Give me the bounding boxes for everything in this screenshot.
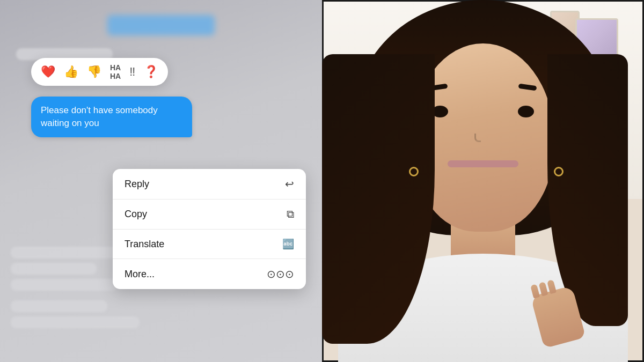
- lips: [448, 160, 518, 167]
- message-text: Please don't have somebody waiting on yo…: [41, 105, 158, 128]
- copy-menu-item[interactable]: Copy ⧉: [113, 200, 306, 230]
- copy-icon: ⧉: [287, 208, 294, 220]
- reply-menu-item[interactable]: Reply ↩: [113, 169, 306, 200]
- copy-label: Copy: [125, 209, 147, 220]
- nose: [474, 134, 481, 142]
- left-earring: [409, 167, 419, 176]
- reaction-thumbs-up[interactable]: 👍: [64, 65, 78, 79]
- bg-bubble-4: [11, 279, 118, 291]
- reaction-bar[interactable]: ❤️ 👍 👎 HAHA ‼️ ❓: [31, 58, 168, 86]
- reply-label: Reply: [125, 179, 149, 190]
- blurred-contact-name: [107, 15, 215, 35]
- reaction-emphasis[interactable]: ‼️: [129, 65, 135, 79]
- reaction-thumbs-down[interactable]: 👎: [87, 65, 101, 79]
- reaction-heart[interactable]: ❤️: [41, 65, 55, 79]
- bg-bubble-3: [11, 263, 97, 275]
- message-bubble: Please don't have somebody waiting on yo…: [31, 97, 192, 137]
- context-menu: Reply ↩ Copy ⧉ Translate 🔤 More... ⊙⊙⊙: [113, 169, 306, 289]
- translate-label: Translate: [125, 239, 164, 250]
- reaction-question[interactable]: ❓: [144, 65, 158, 79]
- translate-menu-item[interactable]: Translate 🔤: [113, 230, 306, 259]
- right-eyebrow: [518, 84, 537, 91]
- finger-2: [539, 282, 548, 296]
- left-panel: ❤️ 👍 👎 HAHA ‼️ ❓ Please don't have someb…: [0, 0, 322, 362]
- bg-bubble-6: [11, 316, 140, 328]
- bg-bubble-2: [11, 247, 129, 258]
- right-earring: [554, 167, 564, 176]
- right-eye: [518, 106, 534, 117]
- reply-icon: ↩: [285, 178, 294, 190]
- more-menu-item[interactable]: More... ⊙⊙⊙: [113, 259, 306, 289]
- reaction-haha[interactable]: HAHA: [110, 63, 121, 80]
- translate-icon: 🔤: [282, 238, 294, 250]
- right-panel: [322, 0, 644, 362]
- more-label: More...: [125, 269, 155, 280]
- more-icon: ⊙⊙⊙: [267, 268, 294, 280]
- bg-bubble-5: [11, 300, 107, 312]
